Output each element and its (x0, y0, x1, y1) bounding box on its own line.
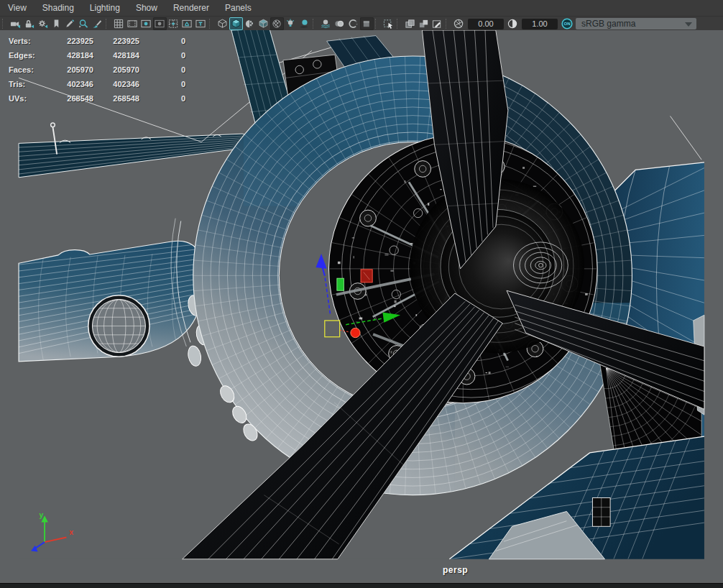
field-chart-icon[interactable] (167, 17, 180, 30)
grease-pencil-icon[interactable] (63, 17, 77, 30)
svg-text:ON: ON (563, 22, 570, 26)
hud-row-verts: Verts:2239252239250 (9, 34, 185, 48)
maya-viewport-window: { "menu_bar": { "items": ["View", "Shadi… (0, 0, 723, 588)
selected-component-green-box (337, 278, 344, 290)
resolution-gate-icon[interactable] (139, 17, 153, 30)
menu-show[interactable]: Show (128, 0, 165, 16)
camera-attributes-icon[interactable] (36, 17, 50, 30)
menu-lighting[interactable]: Lighting (82, 0, 128, 16)
colorspace-selected-value: sRGB gamma (581, 19, 635, 29)
shaded-cube-icon[interactable] (229, 17, 243, 30)
exposure-icon[interactable] (452, 17, 466, 30)
axis-x-label: x (69, 528, 73, 536)
panel-menu-bar: View Shading Lighting Show Renderer Pane… (0, 0, 723, 17)
panel-toolbar: 0.00 1.00 ON sRGB gamma (0, 17, 723, 32)
menu-shading[interactable]: Shading (34, 0, 82, 16)
xray-joints-icon[interactable] (417, 17, 430, 30)
camera-lock-icon[interactable] (22, 17, 36, 30)
scene-lights-icon[interactable] (284, 17, 298, 30)
safe-title-icon[interactable] (194, 17, 208, 30)
depth-of-field-icon[interactable] (360, 17, 374, 30)
xray-icon[interactable] (403, 17, 417, 30)
color-management-on-toggle[interactable]: ON (560, 17, 574, 30)
chevron-down-icon (685, 22, 692, 27)
window-bottom-border (0, 583, 723, 588)
menu-renderer[interactable]: Renderer (165, 0, 217, 16)
default-material-sphere-icon[interactable] (243, 17, 257, 30)
screen-space-ao-icon[interactable] (319, 17, 333, 30)
hud-row-uvs: UVs:2685482685480 (9, 91, 185, 106)
toolbar-separator (397, 19, 401, 29)
safe-action-icon[interactable] (180, 17, 194, 30)
film-gate-icon[interactable] (126, 17, 139, 30)
toolbar-separator (209, 19, 213, 29)
menu-panels[interactable]: Panels (217, 0, 259, 16)
zoom-select-icon[interactable] (77, 17, 91, 30)
hud-row-edges: Edges:4281844281840 (9, 48, 185, 63)
viewport-canvas[interactable]: yx Verts:2239252239250 Edges:42818442818… (0, 30, 723, 583)
scene-3d-wireframe: yx (0, 30, 723, 583)
hud-row-faces: Faces:2059702059700 (9, 63, 185, 77)
manip-center-handle (351, 328, 360, 337)
camera-name-label: persp (443, 565, 468, 575)
hud-row-tris: Tris:4023464023460 (9, 77, 185, 91)
gamma-field[interactable]: 1.00 (522, 19, 558, 29)
toolbar-separator (313, 19, 317, 29)
grid-icon[interactable] (112, 17, 126, 30)
bookmark-icon[interactable] (50, 17, 63, 30)
gate-mask-icon[interactable] (153, 17, 167, 30)
anti-aliasing-icon[interactable] (346, 17, 360, 30)
poly-count-hud: Verts:2239252239250 Edges:4281844281840 … (9, 34, 185, 106)
camera-select-icon[interactable] (9, 17, 22, 30)
toolbar-separator (446, 19, 450, 29)
motion-blur-icon[interactable] (333, 17, 346, 30)
shadows-icon[interactable] (298, 17, 311, 30)
toolbar-separator (375, 19, 379, 29)
checker-sphere-icon[interactable] (270, 17, 284, 30)
textured-cube-icon[interactable] (257, 17, 270, 30)
menu-view[interactable]: View (0, 0, 34, 16)
paint-brush-icon[interactable] (91, 17, 104, 30)
toolbar-separator (106, 19, 110, 29)
xray-active-components-icon[interactable] (430, 17, 444, 30)
contrast-icon[interactable] (506, 17, 520, 30)
toolbar-separator (2, 19, 6, 29)
axis-y-label: y (39, 511, 43, 519)
wireframe-cube-icon[interactable] (216, 17, 229, 30)
exposure-field[interactable]: 0.00 (468, 19, 504, 29)
isolate-select-icon[interactable] (382, 17, 395, 30)
colorspace-dropdown[interactable]: sRGB gamma (576, 18, 696, 29)
